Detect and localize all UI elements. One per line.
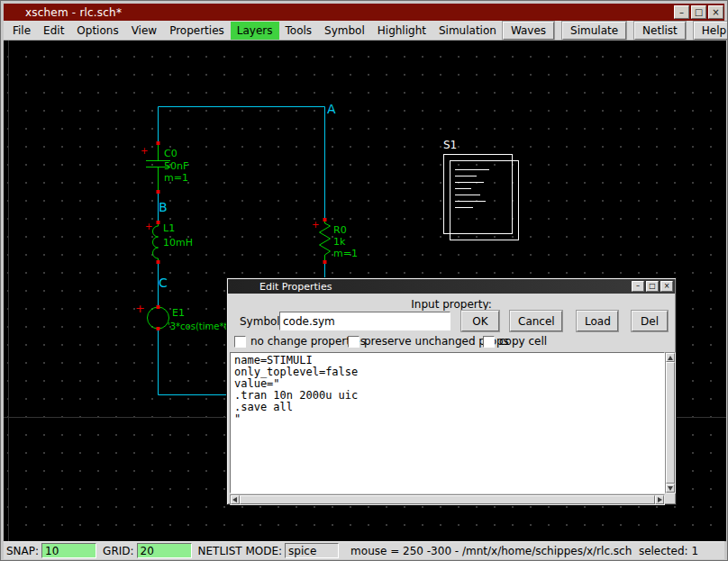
pin-marker: [157, 190, 160, 194]
menu-item-file[interactable]: File: [6, 22, 37, 40]
vertical-scrollbar[interactable]: [665, 352, 676, 493]
dialog-maximize-icon[interactable]: □: [646, 281, 659, 292]
pin-marker: [323, 260, 327, 264]
dialog-close-icon[interactable]: ×: [660, 281, 673, 292]
scroll-down-icon[interactable]: [666, 484, 675, 493]
plus-icon: +: [312, 220, 319, 230]
plus-icon: +: [145, 222, 152, 231]
copy-cell-checkbox[interactable]: [483, 336, 495, 348]
resistor-symbol[interactable]: [320, 220, 331, 262]
stimuli-block-outline-back: [444, 155, 513, 234]
resistor-mult: m=1: [333, 248, 358, 259]
source-value: '3*cos(time*ti: [168, 321, 230, 331]
symbol-label: Symbol: [240, 315, 280, 328]
vertical-scrollbar-thumb[interactable]: [666, 362, 675, 484]
waves-button[interactable]: Waves: [503, 22, 554, 40]
statusbar: SNAP: 10 GRID: 20 NETLIST MODE: spice mo…: [4, 541, 724, 559]
property-textarea[interactable]: name=STIMULI only_toplevel=false value="…: [230, 352, 665, 493]
dialog-title: Edit Properties: [259, 281, 332, 293]
resistor-shape: [320, 220, 331, 262]
preserve-unchanged-props-checkbox[interactable]: [348, 336, 359, 348]
pin-marker: [157, 221, 160, 224]
edit-properties-dialog: Edit Properties – □ × Input property: Sy…: [226, 277, 677, 505]
maximize-icon[interactable]: □: [691, 5, 706, 19]
grid-label: GRID:: [103, 545, 133, 557]
node-labels: A B C: [159, 102, 336, 290]
dialog-minimize-icon[interactable]: –: [632, 281, 644, 292]
resistor-value: 1k: [333, 236, 346, 248]
stimuli-block-name: S1: [443, 139, 457, 151]
inductor-name: L1: [163, 222, 175, 234]
dialog-controls: – □ ×: [632, 281, 675, 292]
del-button[interactable]: Del: [632, 311, 668, 331]
menu-item-properties[interactable]: Properties: [163, 22, 231, 40]
symbol-input[interactable]: [279, 312, 450, 330]
menubar: File Edit Options View Properties Layers…: [4, 21, 724, 41]
dialog-titlebar[interactable]: Edit Properties – □ ×: [228, 279, 675, 294]
stimuli-block[interactable]: S1: [443, 139, 519, 240]
no-change-properties-checkbox[interactable]: [234, 336, 246, 348]
pin-marker: [157, 305, 160, 309]
menu-item-simulation[interactable]: Simulation: [432, 22, 503, 40]
menu-item-tools[interactable]: Tools: [279, 22, 319, 40]
resistor-name: R0: [333, 224, 347, 236]
stimuli-block-outline-front: [450, 161, 519, 240]
pin-marker: [323, 218, 327, 222]
node-label-c[interactable]: C: [159, 276, 168, 290]
snap-input[interactable]: 10: [41, 543, 96, 558]
plus-icon: +: [135, 302, 145, 315]
netlist-button[interactable]: Netlist: [634, 22, 686, 40]
load-button[interactable]: Load: [577, 311, 618, 331]
window-controls: – □ ×: [674, 5, 724, 19]
stimuli-block-text-lines: [455, 170, 489, 208]
no-change-properties-group: no change properties: [234, 334, 366, 348]
window-title: xschem - rlc.sch*: [25, 6, 122, 19]
grid-input[interactable]: 20: [137, 543, 192, 558]
source-name: E1: [172, 307, 185, 319]
menu-item-highlight[interactable]: Highlight: [371, 22, 432, 40]
cancel-button[interactable]: Cancel: [510, 311, 562, 331]
capacitor-value: 50nF: [164, 160, 188, 172]
xschem-window: xschem - rlc.sch* – □ × File Edit Option…: [0, 0, 728, 561]
node-label-b[interactable]: B: [159, 200, 168, 214]
menu-item-options[interactable]: Options: [70, 22, 124, 40]
scroll-up-icon[interactable]: [666, 353, 675, 362]
voltage-source-symbol[interactable]: [148, 307, 169, 329]
inductor-shape: [153, 222, 159, 262]
netlist-mode-label: NETLIST MODE:: [198, 545, 283, 557]
menu-item-layers[interactable]: Layers: [231, 22, 279, 40]
menu-item-view[interactable]: View: [125, 22, 163, 40]
copy-cell-group: copy cell: [483, 334, 547, 348]
capacitor-name: C0: [164, 148, 177, 159]
help-button[interactable]: Help: [694, 22, 728, 40]
inductor-symbol[interactable]: [153, 222, 159, 262]
input-property-label: Input property:: [227, 298, 676, 311]
mouse-status-text: mouse = 250 -300 - /mnt/x/home/schippes/…: [350, 545, 698, 557]
horizontal-scrollbar[interactable]: [230, 494, 665, 505]
menu-item-edit[interactable]: Edit: [37, 22, 70, 40]
schematic-canvas[interactable]: + + + + A B C C0 50nF m=1 L1 10mH E1 '3*…: [4, 41, 726, 541]
pin-marker: [157, 141, 160, 145]
window-titlebar[interactable]: xschem - rlc.sch* – □ ×: [4, 4, 724, 21]
simulate-button[interactable]: Simulate: [562, 22, 626, 40]
node-label-a[interactable]: A: [327, 102, 336, 116]
menu-item-symbol[interactable]: Symbol: [318, 22, 371, 40]
capacitor-mult: m=1: [164, 172, 188, 184]
netlist-mode-input[interactable]: spice: [285, 543, 339, 558]
scroll-left-icon[interactable]: [231, 495, 240, 504]
plus-icon: +: [141, 146, 148, 156]
scroll-right-icon[interactable]: [655, 495, 664, 504]
snap-label: SNAP:: [6, 545, 39, 557]
pin-marker: [157, 327, 160, 330]
menubar-buttons: Waves Simulate Netlist Help: [503, 22, 728, 40]
pin-marker: [157, 260, 160, 264]
voltage-source-circle: [148, 307, 169, 329]
copy-cell-label: copy cell: [499, 335, 547, 348]
ok-button[interactable]: OK: [461, 311, 499, 331]
inductor-value: 10mH: [163, 237, 193, 249]
close-icon[interactable]: ×: [708, 5, 723, 19]
horizontal-scrollbar-thumb[interactable]: [240, 495, 655, 504]
minimize-icon[interactable]: –: [674, 5, 689, 19]
